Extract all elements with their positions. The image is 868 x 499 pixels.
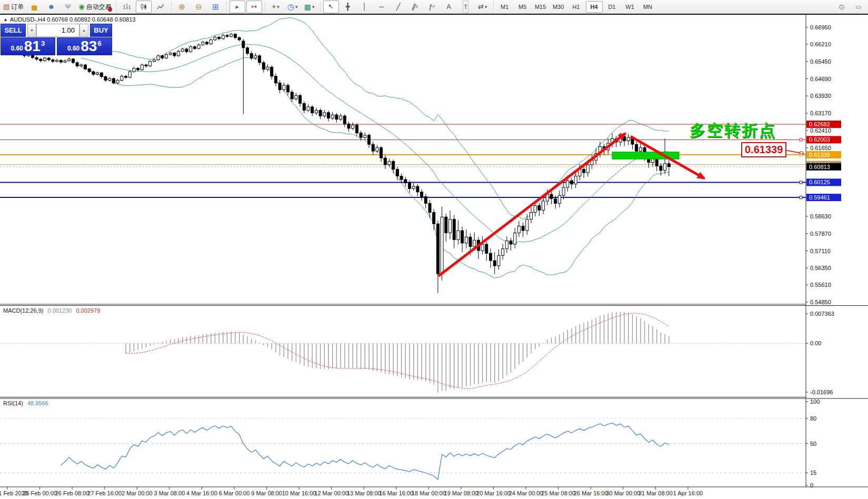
sell-price-display[interactable]: 0.60 81 3 xyxy=(1,37,55,55)
timeframe-button-H1[interactable]: H1 xyxy=(568,1,585,13)
svg-text:10 Mar 16:00: 10 Mar 16:00 xyxy=(282,490,316,496)
community-button[interactable]: ☻ xyxy=(43,1,59,13)
templates-button[interactable]: ▦ ▾ xyxy=(302,1,317,13)
chart-symbol-icon: ▲ xyxy=(3,17,8,22)
timeframe-button-MN[interactable]: MN xyxy=(640,1,656,13)
trendline-tool-button[interactable]: ╱ xyxy=(391,1,406,13)
text-icon: A xyxy=(446,1,451,13)
gold-button[interactable]: ▅ xyxy=(26,1,42,13)
svg-text:0.61650: 0.61650 xyxy=(810,145,831,151)
text-tool-button[interactable]: A xyxy=(441,1,457,13)
timeframe-button-M30[interactable]: M30 xyxy=(550,1,567,13)
autotrading-button[interactable]: ◉ 自动交易 xyxy=(77,1,113,13)
svg-text:50: 50 xyxy=(810,441,816,447)
svg-text:0.63930: 0.63930 xyxy=(810,93,831,99)
timeframe-button-M5[interactable]: M5 xyxy=(514,1,531,13)
new-order-button[interactable]: ▤ 订单 xyxy=(2,1,25,13)
chevron-down-icon: ▾ xyxy=(485,1,487,13)
signals-button[interactable]: Ψ xyxy=(60,1,76,13)
template-icon: ▦ xyxy=(304,1,311,13)
crosshair-icon: ╋ xyxy=(346,1,350,13)
buy-price-display[interactable]: 0.60 83 6 xyxy=(57,37,113,55)
vertical-line-icon: │ xyxy=(363,1,367,13)
vline-tool-button[interactable]: │ xyxy=(357,1,373,13)
svg-text:0: 0 xyxy=(810,482,813,488)
fibo-f-label: F xyxy=(433,1,435,13)
hline-handle[interactable] xyxy=(800,181,802,184)
text-label-icon: T xyxy=(463,1,468,13)
arrows-icon: ⇄ xyxy=(478,1,484,13)
cursor-tool-button[interactable]: ↖ xyxy=(323,1,339,13)
svg-text:0.64690: 0.64690 xyxy=(810,76,831,82)
svg-text:0.63170: 0.63170 xyxy=(810,110,831,116)
timeframe-button-M1[interactable]: M1 xyxy=(496,1,513,13)
search-icon: ⊙ xyxy=(839,1,845,13)
crosshair-tool-button[interactable]: ╋ xyxy=(340,1,356,13)
macd-main-value: 0.001230 xyxy=(47,307,72,314)
macd-title: MACD(12,26,9) xyxy=(3,307,43,314)
chart-bars-button[interactable] xyxy=(119,1,135,13)
label-tool-button[interactable]: T xyxy=(458,1,474,13)
svg-text:0.00: 0.00 xyxy=(810,340,821,346)
svg-text:0.66950: 0.66950 xyxy=(810,24,831,31)
chevron-down-icon: ▾ xyxy=(312,1,315,13)
svg-text:31 Mar 08:00: 31 Mar 08:00 xyxy=(638,490,673,496)
svg-text:0.57110: 0.57110 xyxy=(810,248,831,254)
chart-line-button[interactable] xyxy=(153,1,168,13)
sell-button[interactable]: SELL xyxy=(1,24,26,37)
svg-text:26 Feb 08:00: 26 Feb 08:00 xyxy=(55,490,89,496)
turning-point-annotation[interactable]: 多空转折点 xyxy=(690,120,776,142)
chart-shift-icon: ↦ xyxy=(251,1,257,13)
timeframe-button-W1[interactable]: W1 xyxy=(622,1,638,13)
chart-shift-button[interactable]: ↦ xyxy=(246,1,262,13)
chart-surface[interactable]: 0.0073630.00-0.0169610080501500.669500.6… xyxy=(0,0,868,499)
channel-tool-button[interactable]: ∥E xyxy=(407,1,423,13)
zoom-out-button[interactable]: ⊖ xyxy=(191,1,207,13)
svg-text:0.62410: 0.62410 xyxy=(810,127,831,134)
zoom-in-button[interactable]: ⊕ xyxy=(174,1,190,13)
svg-text:3 Mar 08:00: 3 Mar 08:00 xyxy=(154,490,185,496)
arrows-tool-button[interactable]: ⇄ ▾ xyxy=(475,1,491,13)
hline-handle[interactable] xyxy=(800,196,802,199)
candlestick-icon xyxy=(140,3,147,11)
buy-button[interactable]: BUY xyxy=(90,24,112,37)
periods-button[interactable]: ◷ ▾ xyxy=(285,1,301,13)
svg-text:0.66210: 0.66210 xyxy=(810,41,831,47)
zoom-in-icon: ⊕ xyxy=(178,1,185,13)
sell-price-prefix: 0.60 xyxy=(11,45,23,52)
svg-text:0.60813: 0.60813 xyxy=(809,164,830,170)
timeframe-button-D1[interactable]: D1 xyxy=(604,1,621,13)
volume-input[interactable]: 1.00 xyxy=(36,24,79,37)
svg-text:24 Mar 00:00: 24 Mar 00:00 xyxy=(509,490,543,496)
autoscroll-icon: ▸ xyxy=(235,1,239,13)
chat-button[interactable]: ▭ xyxy=(851,1,866,13)
svg-text:12 Mar 00:00: 12 Mar 00:00 xyxy=(314,490,348,496)
svg-text:19 Mar 08:00: 19 Mar 08:00 xyxy=(444,490,478,496)
price-callout-label[interactable]: 0.61339 xyxy=(741,142,786,157)
community-icon: ☻ xyxy=(47,1,55,13)
new-order-label: 订单 xyxy=(11,1,24,13)
cursor-icon: ↖ xyxy=(328,1,334,13)
search-button[interactable]: ⊙ xyxy=(834,1,850,13)
rsi-label: RSI(14) 48.8566 xyxy=(3,400,48,406)
sell-price-main: 81 xyxy=(24,39,41,54)
svg-text:0.54850: 0.54850 xyxy=(810,299,831,305)
hline-handle[interactable] xyxy=(800,138,802,141)
timeframe-button-H4[interactable]: H4 xyxy=(586,1,603,13)
volume-decrease-button[interactable]: ▾ xyxy=(27,24,36,37)
tile-windows-button[interactable]: ⊞ xyxy=(208,1,224,13)
autoscroll-button[interactable]: ▸ xyxy=(230,1,245,13)
clock-icon: ◷ xyxy=(287,1,294,13)
toolbar-separator xyxy=(265,2,265,12)
toolbar-separator xyxy=(226,2,227,12)
timeframe-bar: M1M5M15M30H1H4D1W1MN xyxy=(496,1,657,13)
autotrading-stop-icon xyxy=(108,7,112,12)
autotrading-label: 自动交易 xyxy=(86,1,112,13)
chart-candles-button[interactable] xyxy=(136,1,152,13)
fibonacci-tool-button[interactable]: ƒF xyxy=(424,1,440,13)
svg-text:25 Feb 00:00: 25 Feb 00:00 xyxy=(23,490,57,496)
volume-increase-button[interactable]: ▴ xyxy=(79,24,88,37)
add-indicator-button[interactable]: + ▾ xyxy=(268,1,284,13)
hline-tool-button[interactable]: ─ xyxy=(374,1,390,13)
timeframe-button-M15[interactable]: M15 xyxy=(532,1,549,13)
